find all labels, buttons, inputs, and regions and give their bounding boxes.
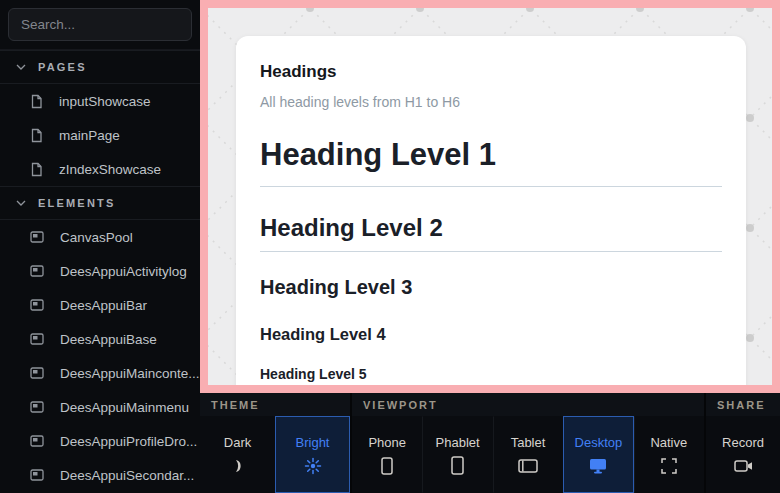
heading-level-5: Heading Level 5: [260, 367, 722, 382]
toolbar-buttons: Dark Bright: [200, 416, 780, 493]
element-icon: [30, 231, 44, 243]
page-icon: [30, 162, 43, 177]
page-icon: [30, 128, 43, 143]
button-label: Bright: [296, 435, 330, 450]
button-label: Record: [722, 435, 764, 450]
sidebar-item-label: DeesAppuiBase: [60, 332, 157, 347]
toolbar-header-share: SHARE: [706, 393, 780, 416]
sidebar-item-deesappuimaincontent[interactable]: DeesAppuiMainconte...: [0, 356, 200, 390]
sidebar-item-deesappuimainmenu[interactable]: DeesAppuiMainmenu: [0, 390, 200, 424]
bottom-toolbar: THEME VIEWPORT SHARE Dark Bright: [200, 393, 780, 493]
viewport-native-button[interactable]: Native: [634, 416, 704, 493]
sidebar-item-label: DeesAppuiMainconte...: [60, 366, 200, 381]
element-icon: [30, 265, 44, 277]
desktop-icon: [589, 457, 607, 475]
toolbar-header-viewport: VIEWPORT: [352, 393, 704, 416]
sidebar-item-label: DeesAppuiProfileDro...: [60, 434, 197, 449]
sidebar-item-label: DeesAppuiBar: [60, 298, 147, 313]
fullscreen-icon: [661, 457, 677, 475]
headings-preview-card: Headings All heading levels from H1 to H…: [236, 36, 746, 385]
viewport-phablet-button[interactable]: Phablet: [422, 416, 492, 493]
button-label: Tablet: [511, 435, 546, 450]
element-icon: [30, 401, 44, 413]
viewport-zone: Phone Phablet Tablet Desktop: [352, 416, 704, 493]
heading-level-2: Heading Level 2: [260, 215, 722, 240]
sidebar-item-deesappuisecondarymenu[interactable]: DeesAppuiSecondar...: [0, 458, 200, 492]
chevron-down-icon: [16, 200, 26, 206]
sidebar-item-canvaspool[interactable]: CanvasPool: [0, 220, 200, 254]
button-label: Desktop: [575, 435, 623, 450]
search-input[interactable]: [8, 8, 192, 41]
tablet-icon: [518, 457, 538, 475]
heading-divider: [260, 186, 722, 187]
heading-level-1: Heading Level 1: [260, 139, 722, 172]
sidebar-item-label: zIndexShowcase: [59, 162, 161, 177]
toolbar-header-theme: THEME: [200, 393, 350, 416]
preview-canvas: Headings All heading levels from H1 to H…: [208, 8, 772, 385]
theme-dark-button[interactable]: Dark: [200, 416, 275, 493]
heading-level-4: Heading Level 4: [260, 326, 722, 343]
element-icon: [30, 435, 44, 447]
moon-icon: [231, 457, 245, 475]
heading-divider: [260, 251, 722, 252]
theme-bright-button[interactable]: Bright: [275, 416, 350, 493]
share-zone: Record: [706, 416, 780, 493]
sidebar-item-label: DeesAppuiSecondar...: [60, 468, 194, 483]
card-subtitle: All heading levels from H1 to H6: [260, 94, 722, 111]
sidebar-item-inputshowcase[interactable]: inputShowcase: [0, 84, 200, 118]
heading-level-3: Heading Level 3: [260, 277, 722, 298]
sidebar-section-label: PAGES: [38, 61, 87, 73]
sidebar-item-zindexshowcase[interactable]: zIndexShowcase: [0, 152, 200, 186]
sidebar: PAGES inputShowcase mainPage zIndexShowc…: [0, 0, 200, 493]
chevron-down-icon: [16, 64, 26, 70]
button-label: Native: [650, 435, 687, 450]
button-label: Phablet: [436, 435, 480, 450]
sidebar-item-deesappuibar[interactable]: DeesAppuiBar: [0, 288, 200, 322]
video-camera-icon: [734, 457, 753, 475]
page-icon: [30, 94, 43, 109]
sidebar-item-label: inputShowcase: [59, 94, 151, 109]
sidebar-item-label: mainPage: [59, 128, 120, 143]
viewport-tablet-button[interactable]: Tablet: [493, 416, 563, 493]
button-label: Phone: [368, 435, 406, 450]
sun-icon: [304, 457, 322, 475]
toolbar-headers: THEME VIEWPORT SHARE: [200, 393, 780, 416]
sidebar-item-deesappuiprofiledropdown[interactable]: DeesAppuiProfileDro...: [0, 424, 200, 458]
element-icon: [30, 367, 44, 379]
share-record-button[interactable]: Record: [706, 416, 780, 493]
viewport-desktop-button[interactable]: Desktop: [563, 416, 633, 493]
card-title: Headings: [260, 62, 722, 82]
sidebar-item-label: DeesAppuiMainmenu: [60, 400, 189, 415]
sidebar-item-deesappuibase[interactable]: DeesAppuiBase: [0, 322, 200, 356]
element-icon: [30, 469, 44, 481]
sidebar-section-label: ELEMENTS: [38, 197, 116, 209]
sidebar-section-pages[interactable]: PAGES: [0, 50, 200, 84]
phablet-icon: [451, 457, 464, 475]
sidebar-item-label: CanvasPool: [60, 230, 133, 245]
preview-canvas-frame: Headings All heading levels from H1 to H…: [200, 0, 780, 393]
phone-icon: [381, 457, 393, 475]
sidebar-section-elements[interactable]: ELEMENTS: [0, 186, 200, 220]
sidebar-item-mainpage[interactable]: mainPage: [0, 118, 200, 152]
theme-zone: Dark Bright: [200, 416, 350, 493]
button-label: Dark: [224, 435, 251, 450]
element-icon: [30, 299, 44, 311]
sidebar-item-label: DeesAppuiActivitylog: [60, 264, 187, 279]
sidebar-item-deesappuiactivitylog[interactable]: DeesAppuiActivitylog: [0, 254, 200, 288]
viewport-phone-button[interactable]: Phone: [352, 416, 422, 493]
element-icon: [30, 333, 44, 345]
search-bar: [0, 0, 200, 50]
